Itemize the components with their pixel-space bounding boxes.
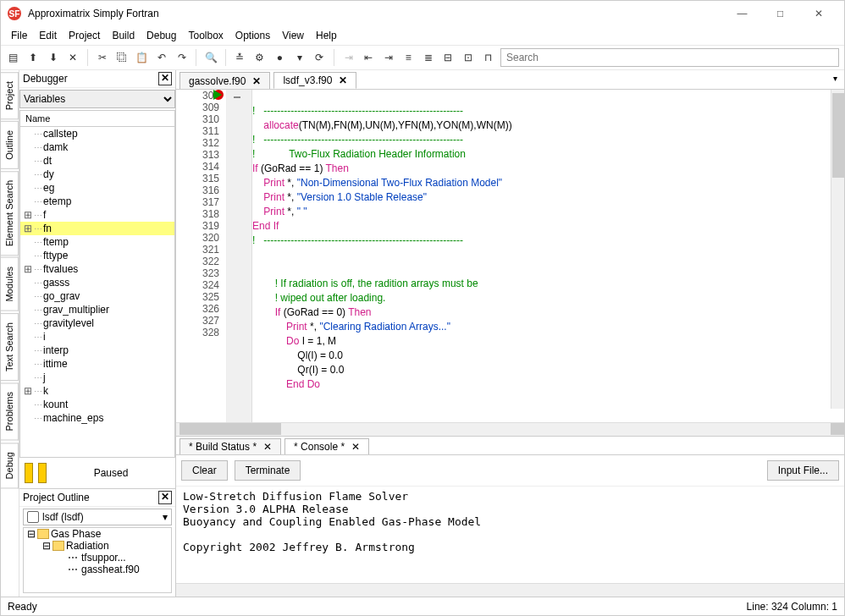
line-number[interactable]: 317	[176, 196, 219, 208]
variable-row[interactable]: ⋯ittime	[20, 357, 174, 371]
refresh-icon[interactable]: ⟳	[312, 50, 327, 65]
menu-file[interactable]: File	[6, 28, 32, 43]
delete-icon[interactable]: ✕	[65, 50, 80, 65]
close-tab-icon[interactable]: ✕	[351, 441, 360, 453]
side-tab-problems[interactable]: Problems	[1, 382, 19, 440]
project-select[interactable]: lsdf (lsdf) ▾	[23, 509, 172, 525]
menu-project[interactable]: Project	[64, 28, 105, 43]
debugger-view-select[interactable]: Variables	[19, 90, 175, 108]
line-number[interactable]: 323	[176, 267, 219, 279]
tree-item[interactable]: ⋯tfsuppor...	[24, 552, 171, 564]
variable-row[interactable]: ⋯j	[20, 371, 174, 384]
code-line[interactable]: Do I = 1, M	[252, 334, 844, 349]
search-input[interactable]	[500, 48, 839, 67]
editor-tab[interactable]: gassolve.f90✕	[179, 72, 270, 89]
step-over-icon[interactable]: ⇥	[341, 50, 356, 65]
variable-row[interactable]: ⊞⋯ftvalues	[20, 262, 174, 276]
code-line[interactable]	[252, 90, 844, 104]
variables-list[interactable]: Name ⋯callstep⋯damk⋯dt⋯dy⋯eg⋯etemp⊞⋯f⊞⋯f…	[19, 110, 175, 458]
line-number[interactable]: 326	[176, 303, 219, 315]
code-editor[interactable]: 3083093103113123133143153163173183193203…	[176, 90, 844, 422]
line-number[interactable]: 328	[176, 327, 219, 338]
block-icon[interactable]: ⊡	[461, 50, 475, 65]
terminate-button[interactable]: Terminate	[235, 460, 301, 481]
bottom-tab[interactable]: * Build Status *✕	[179, 438, 281, 454]
input-file-button[interactable]: Input File...	[767, 460, 839, 481]
open-icon[interactable]: ⬆	[25, 50, 40, 65]
code-line[interactable]: ! Two-Flux Radiation Header Information	[252, 147, 844, 162]
align-icon[interactable]: ≣	[421, 50, 435, 65]
code-line[interactable]: End If	[252, 219, 844, 234]
menu-view[interactable]: View	[277, 28, 309, 43]
close-outline-icon[interactable]: ✕	[158, 491, 172, 504]
line-number[interactable]: 309	[176, 102, 219, 113]
code-line[interactable]: Print *, "Version 1.0 Stable Release"	[252, 190, 844, 205]
expand-icon[interactable]: ⊞	[24, 209, 32, 221]
menu-edit[interactable]: Edit	[34, 28, 62, 43]
variables-name-header[interactable]: Name	[20, 111, 174, 127]
variable-row[interactable]: ⋯machine_eps	[20, 411, 174, 425]
collapse-icon[interactable]: ⊟	[27, 528, 36, 540]
toggle-icon[interactable]: ⊓	[481, 50, 495, 65]
outdent-icon[interactable]: ⇥	[381, 50, 395, 65]
line-number[interactable]: 320	[176, 232, 219, 244]
tab-overflow-icon[interactable]: ▾	[826, 70, 844, 89]
code-line[interactable]: Qr(I) = 0.0	[252, 363, 844, 377]
paste-icon[interactable]: 📋	[135, 50, 149, 65]
side-tab-debug[interactable]: Debug	[1, 443, 19, 488]
variable-row[interactable]: ⋯ftemp	[20, 235, 174, 249]
side-tab-text-search[interactable]: Text Search	[1, 313, 19, 381]
pause-icon[interactable]	[25, 463, 33, 483]
undo-icon[interactable]: ↶	[154, 50, 168, 65]
variable-row[interactable]: ⋯fttype	[20, 249, 174, 262]
side-tab-modules[interactable]: Modules	[1, 257, 19, 311]
line-number[interactable]: 327	[176, 315, 219, 327]
format-icon[interactable]: ⊟	[441, 50, 456, 65]
editor-vertical-scrollbar[interactable]	[831, 90, 844, 409]
pause-icon[interactable]	[38, 463, 47, 483]
project-tree[interactable]: ⊟Gas Phase⊟Radiation⋯tfsuppor...⋯gasshea…	[23, 527, 172, 593]
side-tab-project[interactable]: Project	[1, 72, 19, 119]
code-line[interactable]: ! --------------------------------------…	[252, 234, 844, 248]
code-line[interactable]: ! If radiation is off, the radition arra…	[252, 277, 844, 291]
variable-row[interactable]: ⋯etemp	[20, 195, 174, 208]
variable-row[interactable]: ⋯grav_multiplier	[20, 303, 174, 316]
close-tab-icon[interactable]: ✕	[252, 75, 261, 87]
line-number[interactable]: 325	[176, 291, 219, 303]
variable-row[interactable]: ⊞⋯fn	[20, 222, 174, 235]
variable-row[interactable]: ⋯i	[20, 330, 174, 344]
side-tab-outline[interactable]: Outline	[1, 121, 19, 169]
close-button[interactable]: ✕	[799, 2, 837, 25]
close-tab-icon[interactable]: ✕	[339, 74, 347, 86]
collapse-icon[interactable]: ⊟	[42, 540, 51, 552]
copy-icon[interactable]: ⿻	[114, 50, 129, 65]
line-number[interactable]: 310	[176, 113, 219, 125]
code-line[interactable]: ! --------------------------------------…	[252, 133, 844, 147]
line-number[interactable]: 312	[176, 137, 219, 149]
tree-item[interactable]: ⋯gassheat.f90	[24, 564, 171, 575]
code-line[interactable]: If (GoRad == 0) Then	[252, 305, 844, 320]
variable-row[interactable]: ⋯callstep	[20, 127, 174, 140]
close-debugger-icon[interactable]: ✕	[158, 72, 172, 85]
console-horizontal-scrollbar[interactable]	[176, 583, 844, 597]
expand-icon[interactable]: ⊞	[24, 385, 32, 397]
code-line[interactable]	[252, 248, 844, 262]
code-line[interactable]: End Do	[252, 377, 844, 392]
clear-button[interactable]: Clear	[181, 460, 228, 481]
variable-row[interactable]: ⋯kount	[20, 398, 174, 411]
line-number[interactable]: 319	[176, 220, 219, 232]
line-number[interactable]: 315	[176, 173, 219, 184]
maximize-button[interactable]: □	[761, 2, 799, 25]
variable-row[interactable]: ⋯damk	[20, 140, 174, 154]
variable-row[interactable]: ⋯go_grav	[20, 289, 174, 303]
tree-item[interactable]: ⊟Radiation	[24, 540, 171, 552]
line-number[interactable]: 322	[176, 256, 219, 267]
side-tab-element-search[interactable]: Element Search	[1, 171, 19, 256]
variable-row[interactable]: ⋯dy	[20, 168, 174, 181]
editor-horizontal-scrollbar[interactable]	[176, 422, 844, 436]
line-number[interactable]: 311	[176, 125, 219, 137]
save-icon[interactable]: ⬇	[46, 50, 60, 65]
tree-item[interactable]: ⊟Gas Phase	[24, 528, 171, 540]
menu-toolbox[interactable]: Toolbox	[183, 28, 228, 43]
minimize-button[interactable]: —	[723, 2, 761, 25]
